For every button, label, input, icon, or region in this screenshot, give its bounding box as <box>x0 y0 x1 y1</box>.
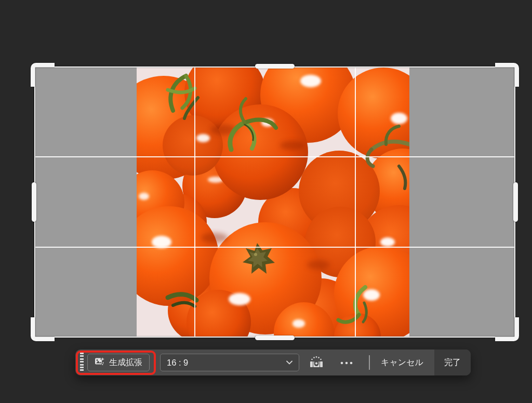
expand-zone-right <box>409 66 515 338</box>
grid-line-vertical-1 <box>194 66 195 338</box>
crop-area <box>34 66 515 338</box>
grid-line-horizontal-1 <box>34 156 515 157</box>
more-options-button[interactable] <box>337 353 356 372</box>
image-sparkle-icon <box>95 356 105 369</box>
cancel-button[interactable]: キャンセル <box>370 350 434 375</box>
chevron-down-icon <box>286 360 292 365</box>
generative-expand-highlight: 生成拡張 <box>76 351 156 375</box>
crop-handle-bottom[interactable] <box>255 335 295 340</box>
aspect-ratio-dropdown[interactable]: 16 : 9 <box>160 354 299 371</box>
ellipsis-icon <box>340 358 353 367</box>
crop-handle-right[interactable] <box>513 182 518 222</box>
generative-expand-label: 生成拡張 <box>109 357 142 368</box>
crop-handle-left[interactable] <box>32 182 36 222</box>
crop-handle-bottom-right[interactable] <box>495 317 519 341</box>
expand-zone-left <box>34 66 137 338</box>
contextual-task-bar: 生成拡張 16 : 9 <box>75 350 471 375</box>
generative-expand-button[interactable]: 生成拡張 <box>87 354 150 371</box>
crop-handle-top-left[interactable] <box>31 63 55 87</box>
done-label: 完了 <box>444 357 461 368</box>
straighten-dial-icon <box>310 356 323 370</box>
tomatoes-photo <box>137 66 409 338</box>
crop-handle-bottom-left[interactable] <box>31 317 55 341</box>
crop-handle-top-right[interactable] <box>495 63 519 87</box>
straighten-button[interactable] <box>307 353 326 372</box>
cancel-label: キャンセル <box>381 357 423 368</box>
taskbar-drag-handle[interactable] <box>80 353 84 372</box>
grid-line-horizontal-2 <box>34 247 515 248</box>
aspect-ratio-value: 16 : 9 <box>167 358 188 368</box>
crop-handle-top[interactable] <box>255 64 295 69</box>
grid-line-vertical-2 <box>355 66 356 338</box>
done-button[interactable]: 完了 <box>434 350 471 375</box>
